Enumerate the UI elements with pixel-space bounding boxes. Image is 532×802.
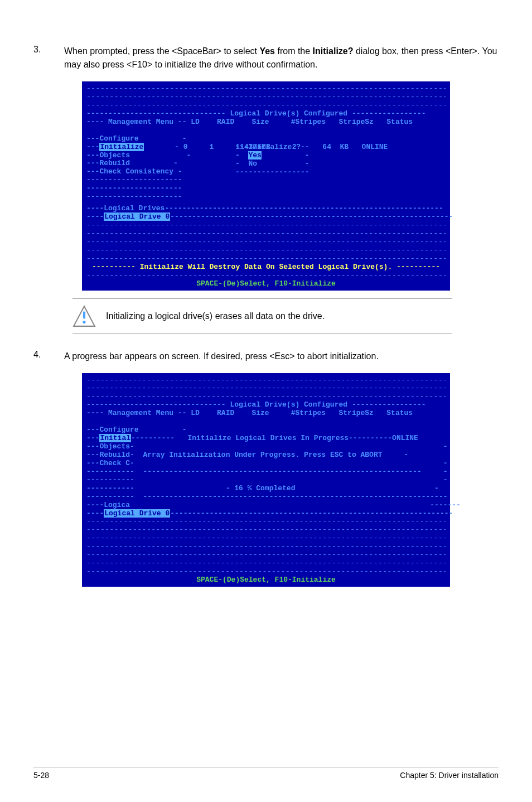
menu-configure: ---Configure	[86, 134, 139, 143]
dialog-yes: Yes	[248, 151, 261, 160]
ld-index: 0	[183, 143, 188, 151]
caution-text: Initializing a logical drive(s) erases a…	[106, 311, 325, 321]
step-4-number: 4.	[33, 350, 64, 363]
ld-raid: 1	[209, 143, 214, 151]
step-3-text: When prompted, press the <SpaceBar> to s…	[64, 45, 499, 71]
t2-menu-objects: ---Objects-	[86, 442, 134, 451]
t2-columns: ---- Management Menu -- LD RAID Size #St…	[86, 409, 446, 418]
step-3-bold-init: Initialize?	[313, 46, 354, 56]
t2-menu-initial: Initial	[99, 434, 131, 442]
menu-objects: ---Objects	[86, 151, 130, 160]
menu-rebuild: ---Rebuild	[86, 159, 130, 167]
terminal-screenshot-2: ----------------------------------------…	[82, 373, 450, 587]
t2-menu-configure: ---Configure	[86, 426, 139, 434]
ld-status: ONLINE	[362, 143, 388, 151]
terminal-screenshot-1: ----------------------------------------…	[82, 81, 450, 291]
t1-warning: Initialize Will Destroy Data On Selected…	[140, 263, 392, 271]
t2-percent: - 16 % Completed	[226, 484, 296, 492]
t1-header: -------------------------------- Logical…	[86, 110, 446, 118]
dialog-no: No	[248, 160, 257, 168]
t2-header: -------------------------------- Logical…	[86, 401, 446, 409]
menu-check: ---Check Consistency	[86, 167, 173, 176]
svg-point-2	[83, 320, 85, 323]
step-3-a: When prompted, press the <SpaceBar> to s…	[64, 46, 259, 56]
t1-columns: ---- Management Menu -- LD RAID Size #St…	[86, 118, 446, 127]
caution-icon	[72, 305, 96, 328]
t2-help-bar: SPACE-(De)Select, F10-Initialize	[86, 576, 446, 584]
initialize-dialog: ---Initialize ?-- - Yes - - No - -------…	[235, 135, 309, 177]
menu-initialize-selected: Initialize	[99, 143, 144, 151]
t1-help-bar: SPACE-(De)Select, F10-Initialize	[86, 280, 446, 288]
t1-logical-drives: ----Logical Drives----------------------…	[86, 205, 446, 213]
t2-progress-msg: Array Initialization Under Progress. Pre…	[143, 451, 382, 459]
step-4-text: A progress bar appears on screen. If des…	[64, 350, 499, 363]
t2-menu-rebuild: ---Rebuild-	[86, 451, 134, 459]
dialog-title: ---Initialize ?--	[235, 143, 309, 151]
t2-menu-check: ---Check C-	[86, 459, 134, 467]
t2-ld0: Logical Drive 0	[104, 509, 170, 518]
svg-rect-1	[83, 311, 85, 318]
ld-stripesz: 64 KB	[322, 143, 349, 151]
step-3-b: from the	[275, 46, 313, 56]
step-3-bold-yes: Yes	[259, 46, 275, 56]
page-number: 5-28	[33, 771, 49, 780]
t2-logica: ----Logica -------	[86, 501, 446, 510]
chapter-title: Chapter 5: Driver installation	[400, 771, 499, 780]
t2-progress-title: Initialize Logical Drives In Progress---…	[187, 434, 418, 442]
t1-ld0: Logical Drive 0	[104, 212, 170, 221]
caution-note: Initializing a logical drive(s) erases a…	[72, 298, 452, 334]
step-3-number: 3.	[33, 45, 64, 71]
